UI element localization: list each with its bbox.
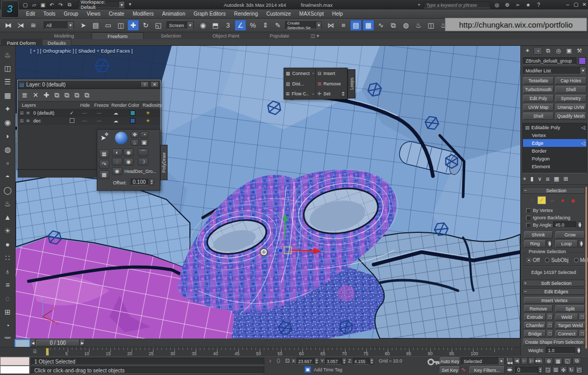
curve-editor-icon[interactable]: ∿ [375,20,387,31]
pd-button-strips[interactable]: ▦ [99,149,109,158]
create-layer-icon[interactable]: ≣ [22,91,28,99]
extrude-settings-button[interactable]: □ [547,314,553,320]
ribbon-tab-object-paint[interactable]: Object Paint [198,32,253,39]
angle-snap-icon[interactable]: ∠ [235,20,246,31]
create-shape-button[interactable]: Create Shape From Selection [523,339,585,345]
current-frame-field[interactable]: 0 [515,367,538,373]
bridge-settings-button[interactable]: □ [547,330,553,337]
pd-button-conform[interactable]: ◔ [140,131,148,138]
soft-selection-rollout[interactable]: +Soft Selection [522,280,585,286]
select-and-scale-icon[interactable]: ◱ [152,20,164,31]
bridge-button[interactable]: Bridge [524,330,546,337]
light-icon[interactable]: ✦ [2,102,14,116]
grid-object-icon[interactable]: ⊞ [2,305,14,319]
angle-spinner[interactable]: ▲▼ [577,221,582,228]
angle-field[interactable]: 45.0 [553,221,576,228]
ribbon-display-icon[interactable]: ◫ ▾ [307,32,323,39]
offset-spinner[interactable]: ▲▼ [149,179,154,185]
time-tag-icon[interactable]: ▣ [304,366,311,373]
menu-item[interactable]: Animation [158,10,189,18]
align-icon[interactable]: ≡ [338,20,349,31]
delete-layer-icon[interactable]: ✕ [33,91,39,99]
render-icon[interactable]: ☁ [113,118,118,123]
modifier-button[interactable]: Edit Poly [523,95,554,102]
offset-field[interactable]: 0.100 [131,179,148,185]
hierarchy-tab-icon[interactable]: ⧉ [544,47,553,55]
panel-scrollbar[interactable] [585,187,587,348]
send-feedback-icon[interactable]: ➣ [514,1,521,8]
modifier-button[interactable]: Unwrap UVW [555,104,586,111]
subtab-defaults[interactable]: Defaults [42,39,71,46]
subtab-paint-deform[interactable]: Paint Deform [1,39,42,46]
zoom-icon[interactable]: ⊕ [544,357,553,365]
display-tab-icon[interactable]: ▣ [565,47,573,55]
rendered-frame-icon[interactable]: ◫ [425,20,437,31]
window-crossing-icon[interactable]: ◫ [115,20,126,31]
pan-hand-icon[interactable]: ✜ [560,366,567,373]
set-key-button[interactable]: Set Key [440,366,460,374]
bind-to-space-warp-icon[interactable]: ≋ [28,20,39,31]
named-selection-dropdown[interactable]: Create Selection Se▼ [285,21,322,29]
stack-item-vertex[interactable]: Vertex [523,131,586,139]
modifier-list-dropdown[interactable]: Modifier List▼ [523,67,586,74]
menu-item[interactable]: Help [328,10,347,18]
pd-button-lasso[interactable]: ◌ [112,158,122,166]
select-and-rotate-icon[interactable]: ↻ [140,20,151,31]
ring-spinner[interactable]: ▲▼ [547,240,552,247]
redo-icon[interactable]: ↷ [56,1,65,8]
atom-icon[interactable]: ♁ [2,265,14,278]
track-bar[interactable]: ⌸ 05101520253035404550556065707580859095… [0,347,520,356]
sun-icon[interactable]: ☀ [2,224,14,238]
layer-color-swatch[interactable] [130,118,135,123]
dome-icon[interactable]: ◓ [2,170,14,183]
render-setup-icon[interactable]: ♨ [413,20,424,31]
preview-subobj-radio[interactable]: SubObj [545,257,568,263]
ribbon-tab-freeform[interactable]: Freeform [92,32,144,39]
go-to-start-icon[interactable]: |◀◀ [506,357,513,365]
modifier-button[interactable]: TurboSmooth [523,86,554,93]
favorites-icon[interactable]: ★ [525,1,532,8]
object-color-swatch[interactable] [579,57,586,65]
stack-icon[interactable]: ≡ [2,278,14,292]
split-button[interactable]: Split [555,305,585,312]
vertex-subobject-icon[interactable]: ∷ [527,196,535,204]
motion-tab-icon[interactable]: ◎ [554,47,563,55]
pd-button-sphere2[interactable]: ◉ [123,158,134,166]
use-pivot-point-icon[interactable]: ◉ [197,20,209,31]
layer-dialog-titlebar[interactable]: ▤ Layer: 0 (default) ? ✕ [18,80,160,89]
polydraw-tab[interactable]: PolyDraw [160,145,168,180]
infocenter-help-icon[interactable]: ? [535,1,542,8]
workspace-dropdown[interactable]: Workspace: Default▼ [78,1,125,8]
unlink-selection-icon[interactable]: ⧕ [15,20,27,31]
radiosity-icon[interactable]: ☀ [146,110,150,116]
menu-item[interactable]: Tools [39,10,59,18]
ignore-backfacing-checkbox[interactable]: Ignore Backfacing [526,215,570,220]
remove-modifier-icon[interactable]: ▦ [554,176,559,182]
quad-menu-loops-strip[interactable]: Loops [348,69,355,98]
pd-button-moon[interactable]: ☽ [138,158,148,166]
mini-curve-editor-icon[interactable]: ⌸ [33,348,36,355]
zoom-all-icon[interactable]: ▦ [554,357,563,365]
pd-button-splines[interactable]: ↷ [99,160,109,169]
x-coordinate-field[interactable]: 23.667 [297,358,314,365]
layer-color-swatch[interactable] [130,110,135,116]
select-layer-icon[interactable]: ⧉ [55,91,59,99]
app-logo[interactable]: 3 [1,1,19,18]
new-scene-icon[interactable]: ▢ [21,1,30,8]
extrude-button[interactable]: Extrude [524,314,546,320]
play-icon[interactable]: ▷ [521,357,528,365]
teapot-primitive-icon[interactable]: ♨ [2,197,14,210]
quad-item-connect[interactable]: ▦Connect▪ [284,68,315,79]
border-subobject-icon[interactable]: ▱ [548,196,556,204]
zoom-extents-icon[interactable]: ◱ [563,357,572,365]
layer-row[interactable]: ⊞ ≋ dec — — ☁ ☀ [18,117,160,125]
ribbon-tab-modeling[interactable]: Modeling [39,32,89,39]
pd-button-step[interactable]: ⌂ [131,139,139,146]
pd-button-extend[interactable]: ◐ [112,148,122,156]
insert-vertex-button[interactable]: Insert Vertex [524,297,585,304]
pd-button-surface[interactable]: ▩ [99,170,109,179]
edge-subobject-icon[interactable]: ⟋ [538,196,546,204]
undo-icon[interactable]: ↶ [47,1,56,8]
menu-item[interactable]: Group [60,10,83,18]
chamfer-settings-button[interactable]: □ [547,322,553,329]
